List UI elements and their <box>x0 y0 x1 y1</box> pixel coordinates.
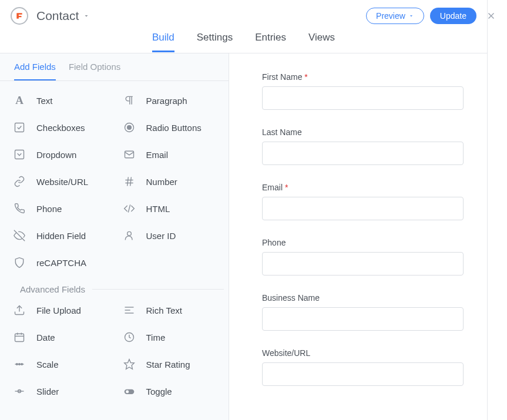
email-input[interactable] <box>262 197 464 220</box>
advanced-fields-grid: File Upload Rich Text Date Time <box>5 297 224 405</box>
form-field-email[interactable]: Email * <box>262 183 464 220</box>
form-field-last-name[interactable]: Last Name <box>262 127 464 165</box>
preview-button[interactable]: Preview <box>366 8 424 24</box>
phone-icon <box>13 202 26 215</box>
tab-build[interactable]: Build <box>152 32 174 52</box>
field-label: Toggle <box>146 387 172 397</box>
field-label: File Upload <box>36 305 81 315</box>
form-field-first-name[interactable]: First Name * <box>262 72 464 110</box>
field-label: reCAPTCHA <box>36 258 86 268</box>
caret-down-icon <box>83 12 90 19</box>
svg-point-12 <box>127 231 131 236</box>
field-type-rich-text[interactable]: Rich Text <box>115 297 224 324</box>
field-type-text[interactable]: A Text <box>5 87 115 114</box>
hash-icon <box>123 175 136 188</box>
form-field-phone[interactable]: Phone <box>262 238 464 275</box>
form-field-business-name[interactable]: Business Name <box>262 293 464 331</box>
svg-point-4 <box>127 126 131 130</box>
radio-icon <box>123 121 136 134</box>
field-label: Scale <box>36 359 59 369</box>
field-type-number[interactable]: Number <box>115 168 224 195</box>
phone-input[interactable] <box>262 252 464 275</box>
form-title-dropdown[interactable]: Contact <box>36 9 90 23</box>
field-type-phone[interactable]: Phone <box>5 195 115 222</box>
field-type-scale[interactable]: Scale <box>5 351 115 378</box>
form-title-text: Contact <box>36 9 79 23</box>
preview-label: Preview <box>376 11 405 21</box>
svg-point-24 <box>19 364 21 365</box>
slider-icon <box>13 385 26 398</box>
field-type-time[interactable]: Time <box>115 324 224 351</box>
user-icon <box>123 229 136 242</box>
panel-tab-add-fields[interactable]: Add Fields <box>14 62 56 80</box>
svg-marker-26 <box>124 359 134 369</box>
panel-tab-field-options[interactable]: Field Options <box>69 62 120 80</box>
field-type-html[interactable]: HTML <box>115 195 224 222</box>
field-type-userid[interactable]: User ID <box>115 222 224 249</box>
field-type-star-rating[interactable]: Star Rating <box>115 351 224 378</box>
main-nav-tabs: Build Settings Entries Views <box>0 32 487 53</box>
tab-entries[interactable]: Entries <box>255 32 286 52</box>
field-label: Website/URL <box>36 177 88 187</box>
field-type-url[interactable]: Website/URL <box>5 168 115 195</box>
email-icon <box>123 148 136 161</box>
advanced-fields-heading: Advanced Fields <box>5 276 224 297</box>
svg-rect-5 <box>15 150 24 159</box>
field-type-hidden[interactable]: Hidden Field <box>5 222 115 249</box>
svg-line-11 <box>128 204 130 212</box>
field-label: HTML <box>146 204 170 214</box>
update-button[interactable]: Update <box>430 8 476 24</box>
business-name-input[interactable] <box>262 307 464 331</box>
link-icon <box>13 175 26 188</box>
field-label: Slider <box>36 387 59 397</box>
field-label: Phone <box>262 238 464 247</box>
form-canvas: First Name * Last Name Email * Phone Bus… <box>229 53 487 420</box>
website-url-input[interactable] <box>262 362 464 386</box>
field-label: User ID <box>146 231 176 241</box>
paragraph-icon <box>123 94 136 107</box>
form-field-website-url[interactable]: Website/URL <box>262 348 464 386</box>
field-type-email[interactable]: Email <box>115 141 224 168</box>
code-icon <box>123 202 136 215</box>
field-type-radio[interactable]: Radio Buttons <box>115 114 224 141</box>
app-logo-icon <box>11 7 28 25</box>
svg-line-9 <box>127 177 128 186</box>
field-label: Rich Text <box>146 305 182 315</box>
text-icon: A <box>13 94 26 107</box>
field-type-date[interactable]: Date <box>5 324 115 351</box>
scale-icon <box>13 358 26 371</box>
tab-settings[interactable]: Settings <box>197 32 233 52</box>
field-label: Website/URL <box>262 348 464 358</box>
star-icon <box>123 358 136 371</box>
first-name-input[interactable] <box>262 86 464 110</box>
field-label: Hidden Field <box>36 231 86 241</box>
dropdown-icon <box>13 148 26 161</box>
last-name-input[interactable] <box>262 142 464 165</box>
field-label: Business Name <box>262 293 464 303</box>
upload-icon <box>13 304 26 317</box>
clock-icon <box>123 331 136 344</box>
update-label: Update <box>440 11 466 21</box>
field-label: Radio Buttons <box>146 123 202 133</box>
checkbox-icon <box>13 121 26 134</box>
field-type-slider[interactable]: Slider <box>5 378 115 405</box>
field-label: Checkboxes <box>36 123 85 133</box>
field-label: Phone <box>36 204 62 214</box>
field-type-dropdown[interactable]: Dropdown <box>5 141 115 168</box>
field-type-checkboxes[interactable]: Checkboxes <box>5 114 115 141</box>
close-icon[interactable] <box>484 9 498 23</box>
caret-down-icon <box>408 13 414 19</box>
field-type-paragraph[interactable]: Paragraph <box>115 87 224 114</box>
field-type-toggle[interactable]: Toggle <box>115 378 224 405</box>
field-label: Last Name <box>262 127 464 137</box>
topbar: Contact Preview Update <box>0 0 487 32</box>
field-label: First Name * <box>262 72 464 82</box>
field-label: Text <box>36 96 53 106</box>
field-type-file-upload[interactable]: File Upload <box>5 297 115 324</box>
svg-point-23 <box>16 364 18 365</box>
tab-views[interactable]: Views <box>308 32 335 52</box>
svg-line-10 <box>130 177 131 186</box>
section-label: Advanced Fields <box>20 284 85 294</box>
field-type-recaptcha[interactable]: reCAPTCHA <box>5 249 115 276</box>
svg-rect-2 <box>15 123 24 132</box>
